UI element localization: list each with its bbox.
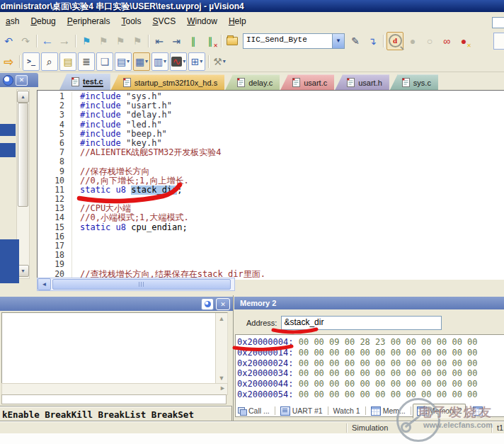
command-vscrollbar[interactable]: ▲ ▼	[215, 313, 227, 384]
memory-row[interactable]: 0x20000014: 00 00 00 00 00 00 00 00 00 0…	[237, 348, 504, 358]
symbols-window-button[interactable]: ❏	[96, 52, 113, 71]
menu-item-svcs[interactable]: SVCS	[147, 15, 181, 28]
memory-row[interactable]: 0x20000034: 00 00 00 00 00 00 00 00 00 0…	[237, 368, 504, 379]
indent-button[interactable]: ⇥	[168, 32, 185, 50]
navigate-forward-button[interactable]: →	[56, 32, 73, 50]
uvision-swirl-icon[interactable]	[201, 298, 214, 310]
tab-usart-h[interactable]: usart.h	[335, 74, 389, 90]
symbols-window-icon: ❏	[101, 57, 110, 67]
close-icon[interactable]: ✕	[216, 298, 230, 310]
command-window-content[interactable]: ▲ ▼	[1, 312, 228, 385]
prev-bookmark-button[interactable]: ⚑	[95, 32, 112, 50]
memory-row[interactable]: 0x20000024: 00 00 00 00 00 00 00 00 00 0…	[237, 358, 504, 369]
memory-window-button[interactable]: ▦▾	[133, 52, 150, 71]
tab-sys-c[interactable]: sys.c	[390, 74, 438, 90]
find-in-files-button[interactable]	[224, 32, 241, 50]
code-token: //ALIENTEK战舰STM32开发板实验4	[80, 148, 222, 157]
memory-row[interactable]: 0x20000054: 00 00 00 00 00 00 00 00 00 0…	[237, 389, 504, 400]
toolbar-edge-button[interactable]	[493, 33, 504, 50]
window-title: Administrator\桌面\实验4 串口实验\USER\test.uvpr…	[0, 1, 244, 12]
menu-item-ash[interactable]: ash	[0, 15, 25, 28]
uart-icon	[280, 406, 290, 416]
dock-tab-call-[interactable]: Call ...	[234, 404, 273, 417]
memory-row[interactable]: 0x20000004: 00 00 09 00 28 23 00 00 00 0…	[237, 337, 504, 348]
command-window-button[interactable]: >_	[23, 52, 40, 71]
chevron-down-icon[interactable]: ▾	[223, 59, 226, 64]
toggle-bookmark-button[interactable]: ⚑	[78, 32, 95, 50]
menu-item-debug[interactable]: Debug	[25, 15, 61, 28]
command-input[interactable]	[1, 394, 227, 404]
insert-breakpoint-button[interactable]: ●	[404, 32, 421, 50]
toolbox-button[interactable]: ⚒▾	[211, 52, 228, 71]
toggle-bookmark-icon: ⚑	[82, 36, 91, 46]
tab-startup_stm32f10x_hd-s[interactable]: startup_stm32f10x_hd.s	[111, 74, 224, 90]
scroll-down-icon[interactable]: ▼	[217, 374, 226, 382]
menu-item-peripherals[interactable]: Peripherals	[62, 15, 116, 28]
hscroll-thumb[interactable]	[52, 279, 231, 290]
chevron-down-icon[interactable]: ▾	[183, 59, 185, 64]
clear-bookmarks-button[interactable]: ⚑	[129, 32, 146, 50]
toolbar-file: ↶↷←→⚑⚑⚑⚑⇤⇥∥∥✕IIC_Send_Byte▼✎↴d●○∞●✕	[0, 30, 504, 52]
function-combo[interactable]: IIC_Send_Byte▼	[243, 34, 345, 48]
disassembly-window-button[interactable]: ⌕	[41, 52, 58, 71]
step-run-button[interactable]: ⇨	[0, 52, 17, 71]
chevron-down-icon[interactable]: ▾	[127, 59, 130, 64]
scroll-right-icon[interactable]: ►	[219, 385, 226, 392]
comment-button[interactable]: ∥	[185, 32, 202, 50]
code-token: static	[80, 186, 110, 195]
unindent-button[interactable]: ⇤	[151, 32, 168, 50]
address-input[interactable]: &stack_dir	[281, 316, 442, 330]
menu-edge-combo[interactable]	[492, 17, 504, 28]
chevron-down-icon[interactable]: ▼	[332, 33, 345, 49]
scroll-up-icon[interactable]: ▲	[17, 91, 29, 103]
left-cutoff-panel: ▲ ▼	[0, 88, 37, 296]
tab-delay-c[interactable]: delay.c	[225, 74, 280, 90]
analysis-window-button[interactable]: ∿▾	[170, 52, 187, 71]
memory-bytes: 00 00 00 00 00 00 00 00 00 00 00 00	[299, 358, 478, 368]
serial-windows-button[interactable]: ▥▾	[151, 52, 168, 71]
chevron-down-icon[interactable]: ▾	[200, 59, 202, 64]
system-viewer-button[interactable]: ⊞▾	[188, 52, 205, 71]
dock-tab-memory-2[interactable]: Memory 2	[413, 404, 466, 419]
line-number: 14	[38, 213, 72, 222]
code-line-18: 18	[38, 251, 504, 260]
redo-button[interactable]: ↷	[17, 32, 34, 50]
dock-tab-label: UART #1	[292, 406, 323, 415]
scroll-up-icon[interactable]: ▲	[217, 314, 226, 323]
function-combo-value[interactable]: IIC_Send_Byte	[243, 33, 332, 49]
find-button[interactable]: ✎	[347, 32, 364, 50]
uncomment-button[interactable]: ∥✕	[202, 32, 219, 50]
scroll-left-icon[interactable]: ◄	[38, 278, 51, 290]
code-token: "led.h"	[126, 120, 162, 130]
status-timer: t1:	[497, 423, 504, 432]
dock-tab-uart-1[interactable]: UART #1	[277, 404, 326, 418]
enable-breakpoint-button[interactable]: ○	[421, 32, 438, 50]
start-stop-debug-button[interactable]: d	[386, 32, 403, 50]
code-editor[interactable]: 1#include "sys.h"2#include "usart.h"3#in…	[37, 90, 504, 280]
close-icon[interactable]: ✕	[16, 75, 28, 86]
watch-window-button[interactable]: ▤▾	[115, 52, 132, 71]
memory-address: 0x20000044:	[237, 379, 299, 389]
scroll-thumb[interactable]	[18, 103, 28, 207]
menu-item-help[interactable]: Help	[223, 15, 252, 28]
editor-hscrollbar[interactable]: ◄	[37, 278, 235, 291]
menu-item-window[interactable]: Window	[181, 15, 223, 28]
chevron-down-icon[interactable]: ▾	[164, 59, 166, 64]
menu-item-tools[interactable]: Tools	[115, 15, 147, 28]
tab-test-c[interactable]: test.c	[59, 74, 110, 90]
disable-breakpoints-button[interactable]: ∞	[438, 32, 455, 50]
undo-button[interactable]: ↶	[0, 32, 17, 50]
tab-usart-c[interactable]: usart.c	[280, 74, 334, 90]
kill-breakpoints-button[interactable]: ●✕	[455, 32, 472, 50]
goto-button[interactable]: ↴	[364, 32, 381, 50]
dock-tab-extra[interactable]	[469, 404, 486, 418]
serial-window-button[interactable]: ▤	[59, 52, 76, 71]
dock-tab-watch-1[interactable]: Watch 1	[330, 404, 364, 417]
next-bookmark-button[interactable]: ⚑	[112, 32, 129, 50]
dock-tab-mem-[interactable]: Mem...	[367, 404, 409, 418]
navigate-back-button[interactable]: ←	[39, 32, 56, 50]
chevron-down-icon[interactable]: ▾	[145, 59, 148, 64]
memory-row[interactable]: 0x20000044: 00 00 00 00 00 00 00 00 00 0…	[237, 379, 504, 389]
stack-window-button[interactable]: ≣	[78, 52, 95, 71]
command-hscrollbar[interactable]: ►	[1, 383, 228, 395]
